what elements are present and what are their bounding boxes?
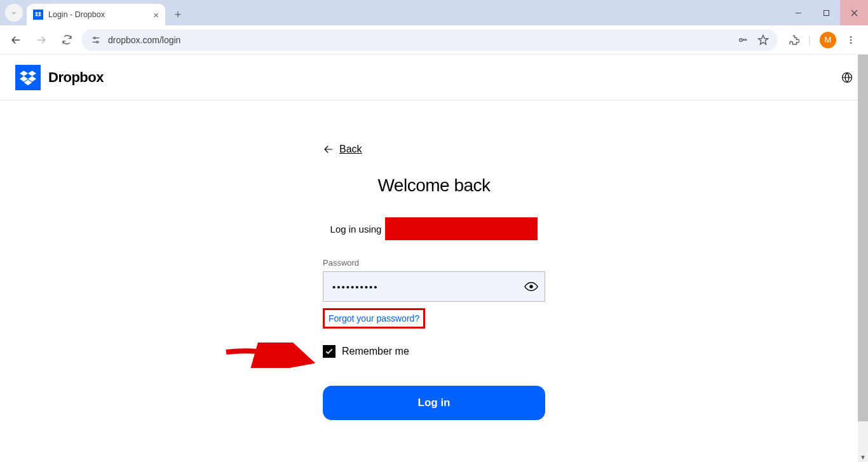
page-heading: Welcome back <box>323 175 545 196</box>
tab-close-button[interactable]: × <box>153 10 159 20</box>
redacted-email <box>385 217 538 240</box>
site-settings-icon[interactable] <box>90 34 102 46</box>
svg-point-11 <box>529 285 533 289</box>
url-text: dropbox.com/login <box>108 35 180 45</box>
window-controls <box>784 0 868 25</box>
remember-label: Remember me <box>342 346 409 357</box>
address-bar[interactable]: dropbox.com/login <box>81 29 778 51</box>
window-maximize-button[interactable] <box>812 0 840 25</box>
password-key-icon[interactable] <box>737 34 749 46</box>
back-link[interactable]: Back <box>323 144 362 155</box>
extensions-icon[interactable] <box>788 34 799 46</box>
svg-point-4 <box>94 37 96 39</box>
scrollbar-thumb[interactable] <box>858 55 868 421</box>
svg-point-5 <box>97 41 98 43</box>
svg-point-6 <box>740 38 743 41</box>
chrome-menu-icon[interactable] <box>845 34 857 46</box>
dropbox-glyph-icon <box>15 65 41 90</box>
login-button[interactable]: Log in <box>323 386 545 420</box>
forgot-password-link[interactable]: Forgot your password? <box>323 308 425 329</box>
profile-avatar[interactable]: M <box>820 32 836 48</box>
language-globe-icon[interactable] <box>841 72 853 83</box>
tab-title: Login - Dropbox <box>48 10 148 19</box>
svg-point-7 <box>850 36 852 38</box>
arrow-left-icon <box>323 144 334 155</box>
brand-name: Dropbox <box>48 69 104 86</box>
login-using-text: Log in using <box>323 217 545 240</box>
svg-point-8 <box>850 39 852 41</box>
scroll-down-icon[interactable]: ▼ <box>858 452 868 462</box>
remember-me-checkbox[interactable]: Remember me <box>323 345 545 358</box>
vertical-scrollbar[interactable]: ▲ ▼ <box>858 55 868 462</box>
back-label: Back <box>339 144 362 155</box>
eye-icon <box>524 280 538 294</box>
site-header: Dropbox <box>0 55 868 100</box>
svg-rect-1 <box>824 10 829 15</box>
nav-back-button[interactable] <box>5 29 27 51</box>
window-minimize-button[interactable] <box>784 0 812 25</box>
nav-forward-button[interactable] <box>31 29 52 51</box>
window-close-button[interactable] <box>840 0 868 25</box>
browser-tab-strip: Login - Dropbox × + <box>0 0 868 25</box>
dropbox-logo[interactable]: Dropbox <box>15 65 104 90</box>
svg-point-9 <box>850 42 852 44</box>
browser-toolbar: dropbox.com/login | M <box>0 25 868 55</box>
password-input[interactable] <box>323 271 545 302</box>
password-label: Password <box>323 258 545 268</box>
show-password-button[interactable] <box>524 279 539 294</box>
checkbox-checked-icon <box>323 345 336 358</box>
dropbox-favicon <box>33 10 43 20</box>
bookmark-star-icon[interactable] <box>757 34 769 46</box>
tabs-dropdown-button[interactable] <box>5 4 23 22</box>
page-content: Dropbox Back Welcome back Log in using P… <box>0 55 868 462</box>
new-tab-button[interactable]: + <box>169 6 187 24</box>
browser-tab[interactable]: Login - Dropbox × <box>27 4 165 25</box>
nav-reload-button[interactable] <box>56 29 78 51</box>
